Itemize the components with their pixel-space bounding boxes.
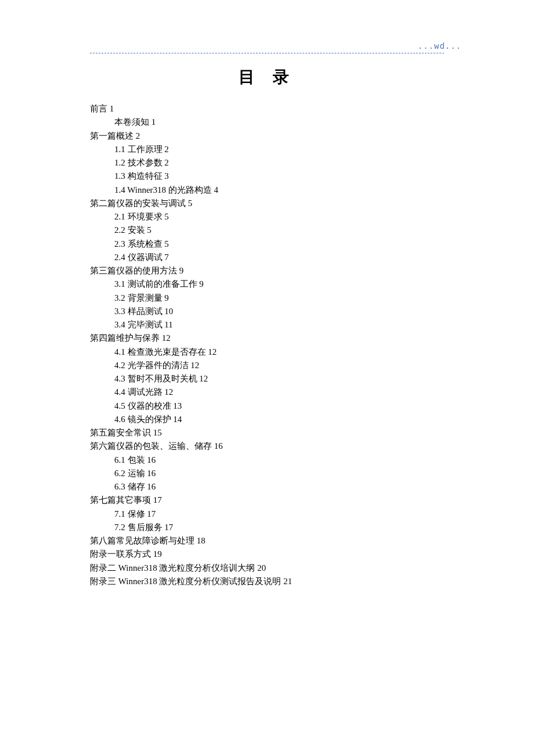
- header-divider: ...wd...: [90, 45, 444, 53]
- toc-entry: 前言 1: [90, 102, 444, 116]
- toc-entry: 第一篇概述 2: [90, 129, 444, 143]
- toc-entry: 7.2 售后服务 17: [90, 521, 444, 534]
- toc-entry: 1.4 Winner318 的光路构造 4: [90, 183, 444, 197]
- header-text: ...wd...: [418, 42, 461, 51]
- toc-entry: 2.4 仪器调试 7: [90, 251, 444, 264]
- toc-entry: 2.2 安装 5: [90, 224, 444, 237]
- toc-entry: 4.3 暂时不用及时关机 12: [90, 372, 444, 386]
- toc-entry: 4.4 调试光路 12: [90, 386, 444, 399]
- toc-entry: 2.1 环境要求 5: [90, 210, 444, 224]
- toc-entry: 3.2 背景测量 9: [90, 291, 444, 305]
- toc-entry: 3.4 完毕测试 11: [90, 318, 444, 332]
- toc-entry: 第五篇安全常识 15: [90, 426, 444, 440]
- toc-entry: 6.3 储存 16: [90, 480, 444, 494]
- toc-entry: 第三篇仪器的使用方法 9: [90, 264, 444, 278]
- toc-entry: 7.1 保修 17: [90, 507, 444, 521]
- toc-entry: 4.2 光学器件的清洁 12: [90, 359, 444, 372]
- page-title: 目 录: [90, 66, 444, 88]
- toc-entry: 3.3 样品测试 10: [90, 305, 444, 318]
- toc-entry: 4.5 仪器的校准 13: [90, 399, 444, 413]
- toc-entry: 3.1 测试前的准备工作 9: [90, 278, 444, 291]
- toc-entry: 第六篇仪器的包装、运输、储存 16: [90, 440, 444, 453]
- toc-entry: 第七篇其它事项 17: [90, 494, 444, 507]
- toc-entry: 第四篇维护与保养 12: [90, 332, 444, 345]
- toc-entry: 1.1 工作原理 2: [90, 143, 444, 156]
- toc-entry: 1.3 构造特征 3: [90, 170, 444, 183]
- toc-entry: 6.2 运输 16: [90, 467, 444, 480]
- toc-entry: 1.2 技术参数 2: [90, 156, 444, 170]
- toc-entry: 4.6 镜头的保护 14: [90, 413, 444, 426]
- toc-entry: 4.1 检查激光束是否存在 12: [90, 345, 444, 359]
- toc-entry: 第二篇仪器的安装与调试 5: [90, 197, 444, 210]
- toc-entry: 本卷须知 1: [90, 116, 444, 129]
- toc-entry: 附录二 Winner318 激光粒度分析仪培训大纲 20: [90, 561, 444, 575]
- toc-entry: 附录三 Winner318 激光粒度分析仪测试报告及说明 21: [90, 575, 444, 588]
- toc-entry: 2.3 系统检查 5: [90, 237, 444, 251]
- toc-entry: 第八篇常见故障诊断与处理 18: [90, 534, 444, 548]
- table-of-contents: 前言 1本卷须知 1第一篇概述 21.1 工作原理 21.2 技术参数 21.3…: [90, 102, 444, 588]
- toc-entry: 附录一联系方式 19: [90, 548, 444, 561]
- toc-entry: 6.1 包装 16: [90, 453, 444, 467]
